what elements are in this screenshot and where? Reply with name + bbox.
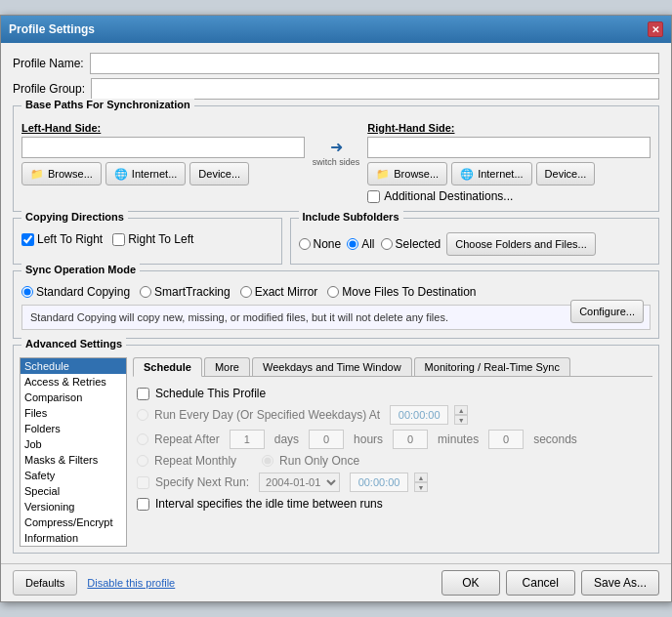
seconds-input[interactable]	[488, 430, 524, 449]
profile-name-input[interactable]	[90, 53, 659, 74]
subfolders-none-radio[interactable]	[299, 238, 311, 250]
tab-monitoring[interactable]: Monitoring / Real-Time Sync	[414, 357, 570, 376]
copying-directions-title: Copying Directions	[21, 211, 128, 223]
sidebar-item-schedule[interactable]: Schedule	[21, 358, 126, 374]
next-run-date-select[interactable]: 2004-01-01	[259, 473, 340, 492]
globe-icon: 🌐	[114, 168, 128, 181]
profile-group-label: Profile Group:	[13, 82, 85, 96]
move-files-label: Move Files To Destination	[342, 285, 476, 299]
sync-mode-title: Sync Operation Mode	[21, 264, 140, 275]
additional-destinations-checkbox[interactable]	[367, 190, 380, 203]
defaults-button[interactable]: Defaults	[13, 570, 77, 596]
sidebar-item-access-retries[interactable]: Access & Retries	[21, 374, 126, 390]
specify-next-run-label: Specify Next Run:	[155, 475, 249, 489]
sidebar-item-files[interactable]: Files	[21, 405, 126, 421]
time-spin-up[interactable]: ▲	[454, 405, 468, 415]
left-to-right-label: Left To Right	[37, 232, 103, 246]
left-path-input[interactable]	[21, 137, 305, 158]
sync-description: Standard Copying will copy new, missing,…	[30, 311, 448, 323]
base-paths-title: Base Paths For Synchronization	[21, 99, 194, 110]
close-button[interactable]: ✕	[648, 21, 663, 37]
ok-button[interactable]: OK	[441, 570, 499, 596]
right-side-label: Right-Hand Side:	[367, 122, 651, 134]
right-internet-button[interactable]: 🌐 Internet...	[451, 162, 531, 185]
sidebar-item-information[interactable]: Information	[21, 530, 126, 546]
left-side-label: Left-Hand Side:	[21, 122, 305, 134]
right-device-button[interactable]: Device...	[536, 162, 596, 185]
left-device-button[interactable]: Device...	[189, 162, 249, 185]
additional-destinations-label: Additional Destinations...	[384, 189, 513, 203]
interval-checkbox[interactable]	[137, 498, 149, 511]
sidebar-item-folders[interactable]: Folders	[21, 421, 126, 436]
smart-tracking-radio[interactable]	[140, 286, 151, 298]
left-to-right-checkbox[interactable]	[21, 233, 34, 246]
repeat-monthly-label: Repeat Monthly	[154, 454, 236, 468]
choose-folders-button[interactable]: Choose Folders and Files...	[446, 232, 596, 256]
sidebar-item-versioning[interactable]: Versioning	[21, 499, 126, 514]
days-input[interactable]	[230, 430, 265, 449]
move-files-radio[interactable]	[327, 286, 339, 298]
title-bar: Profile Settings ✕	[1, 16, 671, 43]
advanced-title: Advanced Settings	[21, 338, 126, 350]
schedule-this-profile-checkbox[interactable]	[137, 388, 149, 400]
left-browse-button[interactable]: 📁 Browse...	[21, 162, 102, 185]
hours-input[interactable]	[309, 430, 344, 449]
tab-schedule[interactable]: Schedule	[133, 357, 202, 377]
profile-name-label: Profile Name:	[13, 57, 84, 70]
tab-more[interactable]: More	[204, 357, 250, 376]
configure-button[interactable]: Configure...	[570, 300, 644, 323]
next-run-time-input[interactable]	[350, 473, 408, 492]
subfolders-none-label: None	[314, 237, 342, 251]
sidebar-item-safety[interactable]: Safety	[21, 468, 126, 483]
sidebar-item-comparison[interactable]: Comparison	[21, 390, 126, 405]
seconds-label: seconds	[533, 432, 577, 446]
tabs-bar: Schedule More Weekdays and Time Window M…	[133, 357, 652, 377]
repeat-after-radio[interactable]	[137, 433, 148, 445]
sidebar-item-masks-filters[interactable]: Masks & Filters	[21, 452, 126, 468]
folder-icon-right: 📁	[376, 168, 390, 181]
right-path-input[interactable]	[367, 137, 651, 158]
next-run-spin-down[interactable]: ▼	[414, 482, 428, 492]
exact-mirror-label: Exact Mirror	[255, 285, 318, 299]
subfolders-selected-radio[interactable]	[381, 238, 393, 250]
sidebar-item-compress-encrypt[interactable]: Compress/Encrypt	[21, 514, 126, 530]
specify-next-run-checkbox[interactable]	[137, 476, 149, 489]
sidebar-item-special[interactable]: Special	[21, 483, 126, 499]
schedule-this-profile-label: Schedule This Profile	[155, 387, 266, 400]
cancel-button[interactable]: Cancel	[506, 570, 575, 596]
subfolders-selected-label: Selected	[396, 237, 441, 251]
repeat-monthly-radio[interactable]	[137, 455, 148, 467]
right-browse-button[interactable]: 📁 Browse...	[367, 162, 447, 185]
right-to-left-checkbox[interactable]	[112, 233, 125, 246]
repeat-after-label: Repeat After	[154, 432, 220, 446]
run-only-once-radio[interactable]	[262, 455, 273, 467]
hours-label: hours	[354, 432, 383, 446]
sidebar-item-job[interactable]: Job	[21, 436, 126, 452]
bottom-bar: Defaults Disable this profile OK Cancel …	[1, 563, 671, 601]
save-as-button[interactable]: Save As...	[581, 570, 659, 596]
subfolders-all-radio[interactable]	[347, 238, 358, 250]
disable-profile-link[interactable]: Disable this profile	[87, 577, 175, 589]
switch-label: switch sides	[313, 157, 360, 167]
time-spin-down[interactable]: ▼	[454, 415, 468, 425]
days-label: days	[274, 432, 299, 446]
include-subfolders-title: Include Subfolders	[299, 211, 403, 223]
smart-tracking-label: SmartTracking	[154, 285, 231, 299]
folder-icon: 📁	[30, 168, 44, 181]
standard-copying-radio[interactable]	[21, 286, 33, 298]
minutes-input[interactable]	[393, 430, 428, 449]
run-every-day-radio[interactable]	[137, 409, 148, 421]
profile-group-input[interactable]	[91, 78, 659, 100]
minutes-label: minutes	[438, 432, 479, 446]
exact-mirror-radio[interactable]	[240, 286, 252, 298]
subfolders-all-label: All	[361, 237, 374, 251]
left-internet-button[interactable]: 🌐 Internet...	[105, 162, 186, 185]
switch-arrow[interactable]: ➜	[330, 140, 343, 155]
right-to-left-label: Right To Left	[128, 232, 193, 246]
advanced-sidebar: Schedule Access & Retries Comparison Fil…	[20, 357, 127, 547]
run-only-once-label: Run Only Once	[279, 454, 359, 468]
globe-icon-right: 🌐	[460, 168, 474, 181]
tab-weekdays[interactable]: Weekdays and Time Window	[252, 357, 412, 376]
next-run-spin-up[interactable]: ▲	[414, 473, 428, 482]
run-every-day-time-input[interactable]	[390, 405, 448, 425]
